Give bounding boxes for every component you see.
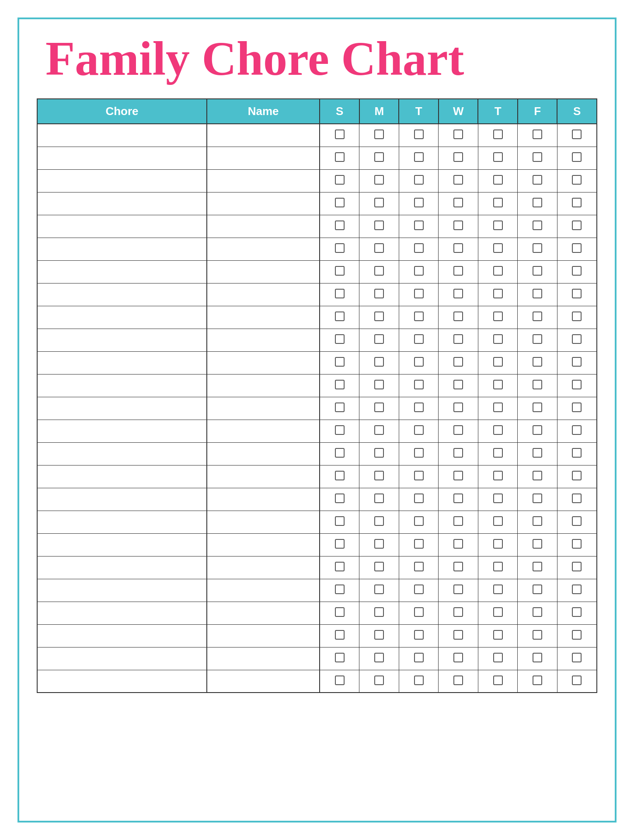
checkbox[interactable]	[572, 220, 582, 230]
checkbox[interactable]	[572, 312, 582, 321]
checkbox[interactable]	[533, 152, 542, 162]
checkbox-cell[interactable]	[399, 397, 439, 420]
checkbox-cell[interactable]	[359, 238, 399, 260]
checkbox[interactable]	[493, 130, 503, 139]
checkbox-cell[interactable]	[478, 420, 518, 442]
checkbox[interactable]	[533, 175, 542, 185]
checkbox-cell[interactable]	[439, 397, 478, 420]
checkbox[interactable]	[335, 380, 345, 389]
checkbox-cell[interactable]	[359, 670, 399, 693]
checkbox-cell[interactable]	[320, 283, 359, 306]
checkbox-cell[interactable]	[399, 602, 439, 624]
checkbox[interactable]	[493, 448, 503, 458]
checkbox-cell[interactable]	[557, 420, 597, 442]
checkbox[interactable]	[453, 130, 463, 139]
checkbox[interactable]	[493, 289, 503, 298]
checkbox-cell[interactable]	[399, 329, 439, 351]
checkbox[interactable]	[374, 653, 384, 662]
checkbox[interactable]	[493, 539, 503, 549]
checkbox[interactable]	[572, 448, 582, 458]
checkbox-cell[interactable]	[359, 260, 399, 283]
name-cell[interactable]	[207, 124, 320, 147]
checkbox-cell[interactable]	[320, 147, 359, 169]
checkbox[interactable]	[453, 676, 463, 685]
checkbox-cell[interactable]	[557, 260, 597, 283]
name-cell[interactable]	[207, 624, 320, 647]
checkbox-cell[interactable]	[320, 397, 359, 420]
checkbox-cell[interactable]	[557, 465, 597, 488]
checkbox-cell[interactable]	[518, 647, 557, 670]
checkbox-cell[interactable]	[518, 397, 557, 420]
name-cell[interactable]	[207, 283, 320, 306]
checkbox[interactable]	[335, 130, 345, 139]
checkbox[interactable]	[414, 198, 424, 207]
checkbox[interactable]	[453, 539, 463, 549]
checkbox[interactable]	[533, 562, 542, 571]
checkbox-cell[interactable]	[478, 147, 518, 169]
checkbox[interactable]	[414, 220, 424, 230]
checkbox[interactable]	[414, 607, 424, 617]
checkbox-cell[interactable]	[320, 329, 359, 351]
checkbox-cell[interactable]	[557, 556, 597, 579]
name-cell[interactable]	[207, 602, 320, 624]
checkbox-cell[interactable]	[320, 124, 359, 147]
checkbox-cell[interactable]	[399, 283, 439, 306]
checkbox-cell[interactable]	[518, 283, 557, 306]
checkbox[interactable]	[533, 198, 542, 207]
checkbox-cell[interactable]	[518, 556, 557, 579]
checkbox-cell[interactable]	[478, 351, 518, 374]
checkbox-cell[interactable]	[359, 397, 399, 420]
checkbox[interactable]	[374, 402, 384, 412]
chore-cell[interactable]	[37, 215, 207, 238]
checkbox[interactable]	[493, 312, 503, 321]
checkbox-cell[interactable]	[557, 215, 597, 238]
checkbox-cell[interactable]	[439, 442, 478, 465]
checkbox[interactable]	[374, 584, 384, 594]
checkbox[interactable]	[533, 402, 542, 412]
checkbox-cell[interactable]	[478, 192, 518, 215]
checkbox[interactable]	[493, 380, 503, 389]
name-cell[interactable]	[207, 329, 320, 351]
checkbox-cell[interactable]	[359, 624, 399, 647]
checkbox-cell[interactable]	[518, 124, 557, 147]
checkbox-cell[interactable]	[439, 374, 478, 397]
checkbox[interactable]	[414, 630, 424, 640]
checkbox-cell[interactable]	[518, 488, 557, 511]
checkbox-cell[interactable]	[439, 420, 478, 442]
checkbox[interactable]	[493, 653, 503, 662]
checkbox[interactable]	[572, 380, 582, 389]
checkbox-cell[interactable]	[478, 556, 518, 579]
checkbox-cell[interactable]	[399, 488, 439, 511]
chore-cell[interactable]	[37, 260, 207, 283]
checkbox[interactable]	[414, 334, 424, 344]
checkbox-cell[interactable]	[320, 511, 359, 533]
name-cell[interactable]	[207, 579, 320, 602]
chore-cell[interactable]	[37, 397, 207, 420]
checkbox[interactable]	[335, 334, 345, 344]
checkbox[interactable]	[335, 607, 345, 617]
checkbox-cell[interactable]	[399, 511, 439, 533]
checkbox[interactable]	[335, 516, 345, 526]
checkbox-cell[interactable]	[557, 602, 597, 624]
checkbox[interactable]	[374, 312, 384, 321]
checkbox[interactable]	[374, 357, 384, 367]
checkbox[interactable]	[493, 357, 503, 367]
chore-cell[interactable]	[37, 147, 207, 169]
checkbox[interactable]	[493, 584, 503, 594]
chore-cell[interactable]	[37, 624, 207, 647]
checkbox[interactable]	[493, 630, 503, 640]
checkbox[interactable]	[533, 130, 542, 139]
chore-cell[interactable]	[37, 306, 207, 329]
checkbox-cell[interactable]	[359, 420, 399, 442]
name-cell[interactable]	[207, 533, 320, 556]
checkbox-cell[interactable]	[359, 556, 399, 579]
checkbox[interactable]	[572, 334, 582, 344]
checkbox[interactable]	[453, 584, 463, 594]
checkbox-cell[interactable]	[320, 670, 359, 693]
checkbox-cell[interactable]	[320, 169, 359, 192]
checkbox[interactable]	[414, 471, 424, 480]
checkbox-cell[interactable]	[359, 511, 399, 533]
name-cell[interactable]	[207, 351, 320, 374]
checkbox-cell[interactable]	[557, 283, 597, 306]
checkbox[interactable]	[453, 175, 463, 185]
